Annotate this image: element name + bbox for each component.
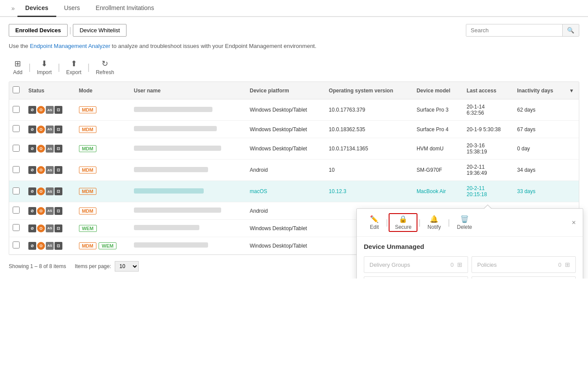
row-checkbox[interactable] bbox=[13, 166, 20, 173]
col-platform: Device platform bbox=[246, 82, 325, 99]
tab-users[interactable]: Users bbox=[56, 0, 88, 17]
table-row[interactable]: ⊘ O AS ⊡ MDM Windows Desktop/Tablet 10.0… bbox=[9, 99, 579, 121]
status-icons: ⊘ O AS ⊡ bbox=[28, 145, 72, 153]
secure-icon: 🔒 bbox=[399, 215, 407, 223]
enrolled-devices-button[interactable]: Enrolled Devices bbox=[9, 24, 68, 37]
row-checkbox[interactable] bbox=[13, 187, 20, 194]
inactivity-cell: 62 days bbox=[513, 99, 567, 121]
os-version-cell: 10.12.3 bbox=[325, 181, 413, 202]
popup-close-button[interactable]: × bbox=[572, 219, 576, 227]
device-detail-popup: ✏️ Edit | 🔒 Secure | 🔔 Notify | 🗑️ Delet… bbox=[356, 208, 583, 279]
os-version-cell: 10.0.18362.535 bbox=[325, 121, 413, 138]
status-icons: ⊘ O AS ⊡ bbox=[28, 126, 72, 133]
mode-badge: MDM bbox=[79, 106, 96, 113]
username-blurred bbox=[134, 167, 208, 172]
popup-delete-button[interactable]: 🗑️ Delete bbox=[451, 213, 478, 232]
platform-cell: Windows Desktop/Tablet bbox=[246, 121, 325, 138]
status-icons: ⊘ O AS ⊡ bbox=[28, 187, 72, 195]
refresh-icon: ↻ bbox=[102, 59, 108, 68]
last-access-cell: 20-3-1615:38:19 bbox=[463, 138, 514, 160]
row-checkbox[interactable] bbox=[13, 224, 20, 231]
popup-notify-button[interactable]: 🔔 Notify bbox=[421, 213, 447, 232]
policies-label: Policies bbox=[477, 262, 497, 268]
device-model-cell: MacBook Air bbox=[413, 181, 463, 202]
status-icons: ⊘ O AS ⊡ bbox=[28, 224, 72, 232]
refresh-button[interactable]: ↻ Refresh bbox=[92, 57, 119, 77]
policies-count: 0 bbox=[558, 262, 561, 268]
platform-cell: Android bbox=[246, 202, 325, 220]
mode-badge: MDM bbox=[79, 188, 96, 195]
search-box: 🔍 bbox=[466, 24, 579, 37]
row-checkbox[interactable] bbox=[13, 125, 20, 132]
table-row[interactable]: ⊘ O AS ⊡ MDM macOS 10.12.3 MacBook Air 2… bbox=[9, 181, 579, 202]
endpoint-analyzer-link[interactable]: Endpoint Management Analyzer bbox=[30, 43, 110, 49]
mode-badge: MDM bbox=[79, 126, 96, 133]
table-row[interactable]: ⊘ O AS ⊡ MDM Windows Desktop/Tablet 10.0… bbox=[9, 121, 579, 138]
pc-icon: ⊡ bbox=[55, 187, 62, 195]
username-blurred bbox=[134, 207, 221, 213]
as-icon: AS bbox=[46, 224, 54, 232]
as-icon: AS bbox=[46, 126, 54, 133]
row-checkbox[interactable] bbox=[13, 145, 20, 152]
secure-label: Secure bbox=[395, 224, 411, 230]
tab-devices[interactable]: Devices bbox=[17, 0, 56, 17]
o-icon: O bbox=[37, 106, 45, 114]
last-access-cell: 20-1-146:32:56 bbox=[463, 99, 514, 121]
delivery-groups-count: 0 bbox=[451, 262, 454, 268]
popup-arrow-inner bbox=[484, 205, 492, 209]
table-row[interactable]: ⊘ O AS ⊡ MDM Windows Desktop/Tablet 10.0… bbox=[9, 138, 579, 160]
pc-icon: ⊡ bbox=[55, 106, 62, 114]
inactivity-cell: 67 days bbox=[513, 121, 567, 138]
row-checkbox[interactable] bbox=[13, 207, 20, 214]
info-suffix: to analyze and troubleshoot issues with … bbox=[112, 43, 316, 49]
apps-card: Apps 0 ⊞ bbox=[472, 276, 576, 279]
popup-secure-button[interactable]: 🔒 Secure bbox=[389, 213, 417, 232]
platform-cell: macOS bbox=[246, 181, 325, 202]
popup-edit-button[interactable]: ✏️ Edit bbox=[364, 213, 385, 232]
device-model-cell: SM-G970F bbox=[413, 160, 463, 181]
row-checkbox[interactable] bbox=[13, 241, 20, 248]
platform-cell: Android bbox=[246, 160, 325, 181]
block-icon: ⊘ bbox=[28, 224, 36, 232]
as-icon: AS bbox=[46, 242, 54, 250]
tab-enrollment-invitations[interactable]: Enrollment Invitations bbox=[88, 0, 162, 17]
table-header-row: Status Mode User name Device platform Op… bbox=[9, 82, 579, 99]
edit-icon: ✏️ bbox=[370, 215, 379, 223]
pc-icon: ⊡ bbox=[55, 207, 62, 215]
export-button[interactable]: ⬆ Export bbox=[62, 57, 86, 77]
col-os-version: Operating system version bbox=[325, 82, 413, 99]
pc-icon: ⊡ bbox=[55, 145, 62, 153]
items-per-page-select[interactable]: 10 25 50 100 bbox=[115, 261, 139, 272]
add-button[interactable]: ⊞ Add bbox=[9, 57, 27, 77]
col-dropdown[interactable]: ▾ bbox=[567, 82, 579, 99]
top-nav: » Devices Users Enrollment Invitations bbox=[0, 0, 588, 17]
username-blurred bbox=[134, 225, 199, 230]
button-separator: | bbox=[69, 26, 72, 35]
col-status: Status bbox=[25, 82, 75, 99]
popup-toolbar: ✏️ Edit | 🔒 Secure | 🔔 Notify | 🗑️ Delet… bbox=[357, 209, 583, 237]
inactivity-cell: 0 day bbox=[513, 138, 567, 160]
o-icon: O bbox=[37, 207, 45, 215]
row-checkbox[interactable] bbox=[13, 106, 20, 113]
mode-badge: MDM bbox=[79, 145, 96, 152]
select-all-checkbox[interactable] bbox=[13, 86, 20, 93]
add-label: Add bbox=[13, 69, 22, 75]
pc-icon: ⊡ bbox=[55, 242, 62, 250]
status-icons: ⊘ O AS ⊡ bbox=[28, 166, 72, 174]
status-icons: ⊘ O AS ⊡ bbox=[28, 207, 72, 215]
device-whitelist-button[interactable]: Device Whitelist bbox=[73, 24, 126, 37]
actions-card: Actions 0 ⊞ bbox=[364, 276, 468, 279]
mode-badge: WEM bbox=[79, 225, 97, 232]
table-row[interactable]: ⊘ O AS ⊡ MDM Android 10 SM-G970F 20-2-11… bbox=[9, 160, 579, 181]
status-icons: ⊘ O AS ⊡ bbox=[28, 242, 72, 250]
platform-cell: Windows Desktop/Tablet bbox=[246, 138, 325, 160]
import-button[interactable]: ⬇ Import bbox=[33, 57, 56, 77]
popup-tool-sep-2: | bbox=[418, 218, 420, 227]
search-button[interactable]: 🔍 bbox=[562, 24, 579, 36]
username-blurred bbox=[134, 188, 204, 194]
col-device-model: Device model bbox=[413, 82, 463, 99]
o-icon: O bbox=[37, 224, 45, 232]
o-icon: O bbox=[37, 187, 45, 195]
search-input[interactable] bbox=[466, 24, 562, 36]
block-icon: ⊘ bbox=[28, 207, 36, 215]
